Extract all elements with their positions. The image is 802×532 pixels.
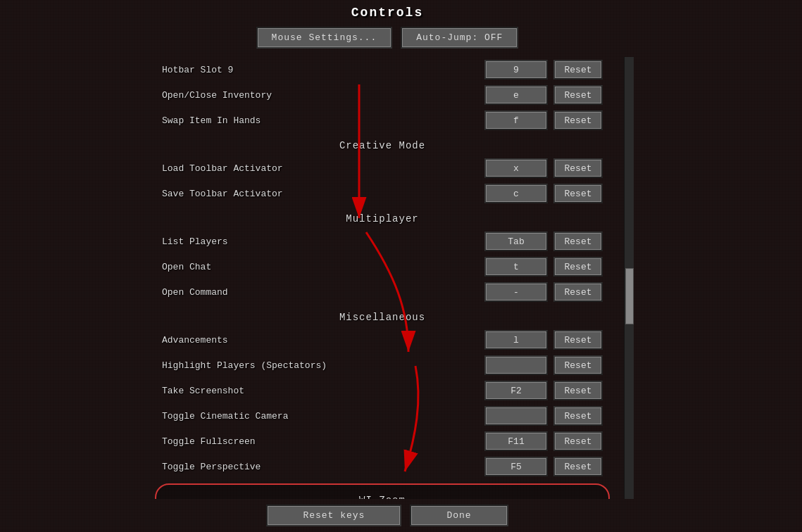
toggle-perspective-key[interactable]: F5 (484, 457, 548, 476)
auto-jump-button[interactable]: Auto-Jump: OFF (401, 27, 518, 49)
save-toolbar-label: Save Toolbar Activator (162, 189, 484, 199)
open-command-reset[interactable]: Reset (553, 282, 603, 302)
open-chat-reset[interactable]: Reset (553, 257, 603, 277)
list-players-label: List Players (162, 236, 484, 247)
open-chat-row: Open Chat t Reset (148, 254, 617, 279)
hotbar-slot-9-label: Hotbar Slot 9 (162, 65, 484, 75)
toggle-perspective-reset[interactable]: Reset (553, 457, 603, 476)
toggle-cinematic-reset[interactable]: Reset (553, 406, 603, 426)
wi-zoom-header: WI Zoom (163, 488, 601, 499)
open-close-inventory-reset[interactable]: Reset (553, 85, 603, 105)
toggle-perspective-label: Toggle Perspective (162, 462, 484, 472)
hotbar-slot-9-reset[interactable]: Reset (553, 60, 603, 80)
swap-item-row: Swap Item In Hands f Reset (148, 108, 617, 133)
multiplayer-header: Multiplayer (148, 206, 617, 229)
toggle-perspective-row: Toggle Perspective F5 Reset (148, 454, 617, 479)
load-toolbar-key[interactable]: x (484, 158, 548, 178)
swap-item-label: Swap Item In Hands (162, 115, 484, 126)
advancements-reset[interactable]: Reset (553, 330, 603, 350)
toggle-cinematic-label: Toggle Cinematic Camera (162, 411, 484, 422)
list-players-reset[interactable]: Reset (553, 232, 603, 251)
open-chat-key[interactable]: t (484, 257, 548, 277)
open-chat-label: Open Chat (162, 262, 484, 272)
miscellaneous-header: Miscellaneous (148, 305, 617, 327)
swap-item-reset[interactable]: Reset (553, 110, 603, 130)
highlight-players-key[interactable] (484, 355, 548, 375)
toggle-fullscreen-row: Toggle Fullscreen F11 Reset (148, 429, 617, 454)
highlight-players-label: Highlight Players (Spectators) (162, 360, 484, 371)
panel-title: Controls (351, 0, 423, 27)
toggle-cinematic-key[interactable] (484, 406, 548, 426)
hotbar-slot-9-key[interactable]: 9 (484, 60, 548, 80)
mouse-settings-button[interactable]: Mouse Settings... (256, 27, 393, 49)
open-command-label: Open Command (162, 287, 484, 298)
toggle-cinematic-row: Toggle Cinematic Camera Reset (148, 403, 617, 429)
toggle-fullscreen-reset[interactable]: Reset (553, 431, 603, 451)
take-screenshot-reset[interactable]: Reset (553, 381, 603, 400)
highlight-players-row: Highlight Players (Spectators) Reset (148, 353, 617, 378)
toggle-fullscreen-key[interactable]: F11 (484, 431, 548, 451)
take-screenshot-key[interactable]: F2 (484, 381, 548, 400)
advancements-row: Advancements l Reset (148, 327, 617, 353)
save-toolbar-row: Save Toolbar Activator c Reset (148, 181, 617, 206)
take-screenshot-row: Take Screenshot F2 Reset (148, 378, 617, 403)
swap-item-key[interactable]: f (484, 110, 548, 130)
wi-zoom-section: WI Zoom key.wi-zoom.zoom v Reset (155, 483, 610, 499)
open-close-inventory-row: Open/Close Inventory e Reset (148, 82, 617, 108)
advancements-key[interactable]: l (484, 330, 548, 350)
take-screenshot-label: Take Screenshot (162, 386, 484, 396)
open-close-inventory-key[interactable]: e (484, 85, 548, 105)
load-toolbar-label: Load Toolbar Activator (162, 163, 484, 174)
load-toolbar-reset[interactable]: Reset (553, 158, 603, 178)
save-toolbar-key[interactable]: c (484, 184, 548, 203)
open-close-inventory-label: Open/Close Inventory (162, 90, 484, 101)
highlight-players-reset[interactable]: Reset (553, 355, 603, 375)
list-players-key[interactable]: Tab (484, 232, 548, 251)
reset-keys-button[interactable]: Reset keys (266, 505, 401, 526)
creative-mode-header: Creative Mode (148, 133, 617, 156)
open-command-row: Open Command - Reset (148, 279, 617, 305)
scrollbar-track (624, 57, 634, 499)
hotbar-slot-9-row: Hotbar Slot 9 9 Reset (148, 57, 617, 82)
done-button[interactable]: Done (410, 505, 508, 526)
scrollbar-thumb[interactable] (625, 268, 634, 324)
advancements-label: Advancements (162, 335, 484, 346)
open-command-key[interactable]: - (484, 282, 548, 302)
save-toolbar-reset[interactable]: Reset (553, 184, 603, 203)
list-players-row: List Players Tab Reset (148, 229, 617, 254)
load-toolbar-row: Load Toolbar Activator x Reset (148, 156, 617, 181)
toggle-fullscreen-label: Toggle Fullscreen (162, 436, 484, 447)
